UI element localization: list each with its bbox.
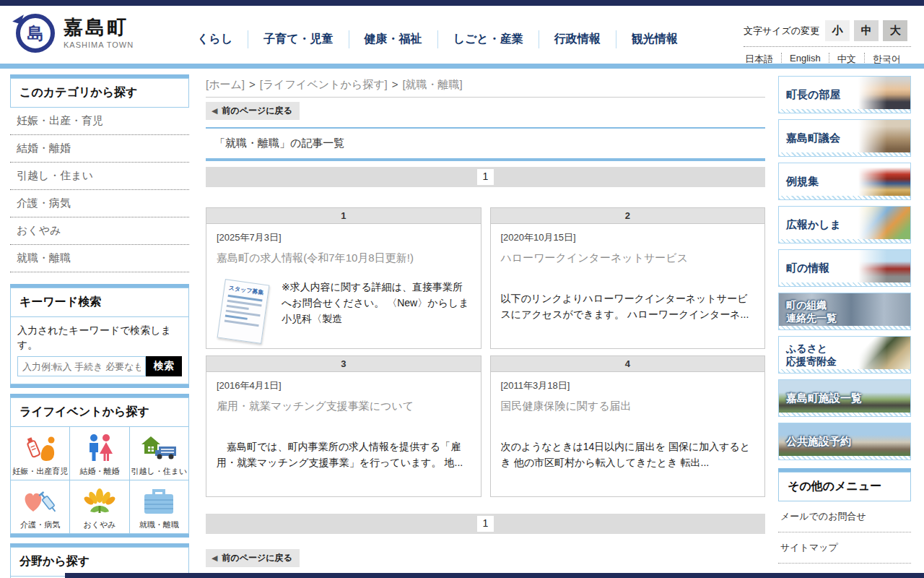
house-truck-icon	[140, 429, 178, 467]
article-card-3[interactable]: 3 [2016年4月1日] 雇用・就業マッチング支援事業について 嘉島町では、町…	[206, 355, 481, 497]
article-title[interactable]: 雇用・就業マッチング支援事業について	[217, 399, 471, 413]
back-arrow-icon: ◀	[212, 553, 217, 563]
banner-mayors-room[interactable]: 町長の部屋	[778, 76, 911, 113]
breadcrumb-home[interactable]: [ホーム]	[206, 78, 245, 90]
article-date: [2016年4月1日]	[217, 379, 471, 392]
nav-item-kankou[interactable]: 観光情報	[616, 30, 693, 48]
town-emblem-icon: 島	[16, 14, 55, 53]
article-title[interactable]: ハローワークインターネットサービス	[501, 251, 755, 265]
local-food-photo	[858, 337, 910, 369]
site-logo[interactable]: 島 嘉島町 KASHIMA TOWN	[16, 14, 134, 53]
link-sitemap[interactable]: サイトマップ	[778, 532, 911, 564]
language-switcher: 日本語 English 中文 한국어	[744, 46, 911, 66]
banner-facility-list[interactable]: 嘉島町施設一覧	[778, 379, 911, 417]
mayor-photo	[858, 77, 910, 109]
keyword-search-button[interactable]: 検索	[146, 356, 182, 376]
page-title: 「就職・離職」の記事一覧	[206, 127, 765, 161]
banner-regulations[interactable]: 例規集	[778, 163, 911, 200]
nav-item-shigoto[interactable]: しごと・産業	[437, 30, 539, 48]
keyword-search-description: 入力されたキーワードで検索します。	[17, 324, 182, 352]
article-card-4[interactable]: 4 [2011年3月18日] 国民健康保険に関する届出 次のようなときは14日以…	[490, 355, 766, 497]
back-button-top[interactable]: ◀ 前のページに戻る	[206, 102, 300, 120]
header-divider-bar	[0, 64, 924, 69]
footer-top-edge	[65, 573, 924, 578]
global-nav: くらし 子育て・児童 健康・福祉 しごと・産業 行政情報 観光情報	[182, 30, 693, 48]
assembly-hall-photo	[858, 120, 910, 152]
life-event-section: ライフイベントから探す 妊娠・出産育児	[10, 394, 189, 538]
life-event-tile-moving[interactable]: 引越し・住まい	[130, 427, 188, 480]
pregnancy-baby-icon	[22, 429, 58, 467]
life-event-tile-condolence[interactable]: おくやみ	[70, 480, 128, 533]
article-title[interactable]: 嘉島町の求人情報(令和7年10月8日更新!)	[217, 251, 471, 265]
article-date: [2011年3月18日]	[501, 379, 755, 392]
article-title[interactable]: 国民健康保険に関する届出	[501, 399, 755, 413]
article-excerpt: 以下のリンクよりハローワークインターネットサービスにアクセスができます。 ハロー…	[501, 291, 755, 322]
category-item-moving[interactable]: 引越し・住まい	[10, 163, 189, 190]
link-mail-inquiry[interactable]: メールでのお問合せ	[778, 501, 911, 532]
back-arrow-icon: ◀	[212, 106, 217, 116]
site-subtitle: KASHIMA TOWN	[64, 40, 134, 49]
article-number: 4	[491, 356, 765, 372]
lotus-flower-icon	[84, 483, 116, 520]
life-event-tile-marriage[interactable]: 結婚・離婚	[70, 427, 128, 480]
article-excerpt: 次のようなときは14日以内に届出を 国保に加入するとき 他の市区町村から転入して…	[501, 439, 755, 470]
banner-organization-contacts[interactable]: 町の組織連絡先一覧	[778, 293, 911, 330]
other-menu-section: その他のメニュー	[778, 468, 911, 501]
heart-syringe-icon	[22, 483, 58, 520]
article-card-2[interactable]: 2 [2020年10月15日] ハローワークインターネットサービス 以下のリンク…	[490, 207, 766, 349]
article-list: 1 [2025年7月3日] 嘉島町の求人情報(令和7年10月8日更新!) スタッ…	[206, 207, 765, 497]
recruitment-flyer-image: スタッフ募集	[217, 279, 270, 344]
breadcrumb: [ホーム]>[ライフイベントから探す]>[就職・離職]	[206, 78, 765, 92]
category-item-pregnancy[interactable]: 妊娠・出産・育児	[10, 108, 189, 135]
law-books-photo	[858, 163, 910, 196]
font-size-label: 文字サイズの変更	[744, 25, 819, 38]
header-utilities: 文字サイズの変更 小 中 大 日本語 English 中文 한국어	[744, 20, 911, 66]
breadcrumb-divider	[206, 97, 765, 98]
keyword-search-section: キーワード検索 入力されたキーワードで検索します。 検索	[10, 284, 189, 388]
nav-item-kurashi[interactable]: くらし	[182, 30, 248, 48]
banner-town-assembly[interactable]: 嘉島町議会	[778, 119, 911, 157]
category-section: このカテゴリから探す 妊娠・出産・育児 結婚・離婚 引越し・住まい 介護・病気 …	[10, 74, 189, 272]
article-number: 1	[206, 208, 481, 224]
life-event-tile-pregnancy[interactable]: 妊娠・出産育児	[11, 427, 69, 480]
pagination-bottom: 1	[206, 514, 765, 534]
nav-item-kenkou[interactable]: 健康・福祉	[349, 30, 437, 48]
site-title: 嘉島町	[64, 17, 134, 39]
category-item-care[interactable]: 介護・病気	[10, 190, 189, 217]
breadcrumb-life-event[interactable]: [ライフイベントから探す]	[260, 78, 388, 90]
nav-item-gyousei[interactable]: 行政情報	[539, 30, 616, 48]
article-excerpt: 嘉島町では、町内事業所の求人情報を提供する「雇用・就業マッチング支援事業」を行っ…	[217, 439, 471, 470]
left-sidebar: このカテゴリから探す 妊娠・出産・育児 結婚・離婚 引越し・住まい 介護・病気 …	[10, 74, 189, 578]
site-header: 島 嘉島町 KASHIMA TOWN くらし 子育て・児童 健康・福祉 しごと・…	[0, 6, 924, 64]
article-card-1[interactable]: 1 [2025年7月3日] 嘉島町の求人情報(令和7年10月8日更新!) スタッ…	[206, 207, 481, 349]
page-number-1[interactable]: 1	[477, 169, 494, 184]
town-building-photo	[858, 250, 910, 282]
category-section-title: このカテゴリから探す	[10, 78, 189, 108]
banner-facility-reservation[interactable]: 公共施設予約	[778, 423, 911, 460]
font-size-medium-button[interactable]: 中	[854, 20, 879, 41]
banner-town-info[interactable]: 町の情報	[778, 249, 911, 287]
life-event-tile-care[interactable]: 介護・病気	[11, 480, 69, 533]
banner-hometown-donation[interactable]: ふるさと応援寄附金	[778, 336, 911, 374]
font-size-small-button[interactable]: 小	[825, 20, 850, 41]
life-event-section-title: ライフイベントから探す	[10, 397, 189, 427]
category-item-condolence[interactable]: おくやみ	[10, 217, 189, 245]
article-number: 2	[491, 208, 765, 224]
couple-icon	[83, 429, 116, 467]
keyword-search-input[interactable]	[17, 356, 146, 376]
page-number-1[interactable]: 1	[477, 516, 494, 531]
pagination-top: 1	[206, 167, 765, 187]
font-size-large-button[interactable]: 大	[883, 20, 907, 41]
right-sidebar: 町長の部屋 嘉島町議会 例規集 広報かしま 町の情報 町の組織連絡先一覧 ふるさ…	[778, 76, 911, 564]
category-item-marriage[interactable]: 結婚・離婚	[10, 135, 189, 163]
back-button-bottom[interactable]: ◀ 前のページに戻る	[206, 549, 300, 567]
life-event-tile-employment[interactable]: 就職・離職	[130, 480, 188, 533]
top-navy-bar	[0, 0, 924, 6]
main-content: [ホーム]>[ライフイベントから探す]>[就職・離職] ◀ 前のページに戻る 「…	[206, 78, 765, 567]
category-item-employment[interactable]: 就職・離職	[10, 245, 189, 272]
article-date: [2020年10月15日]	[501, 231, 755, 244]
nav-item-kosodate[interactable]: 子育て・児童	[248, 30, 348, 48]
banner-public-relations[interactable]: 広報かしま	[778, 206, 911, 243]
article-date: [2025年7月3日]	[217, 231, 471, 244]
other-menu-title: その他のメニュー	[778, 472, 911, 501]
